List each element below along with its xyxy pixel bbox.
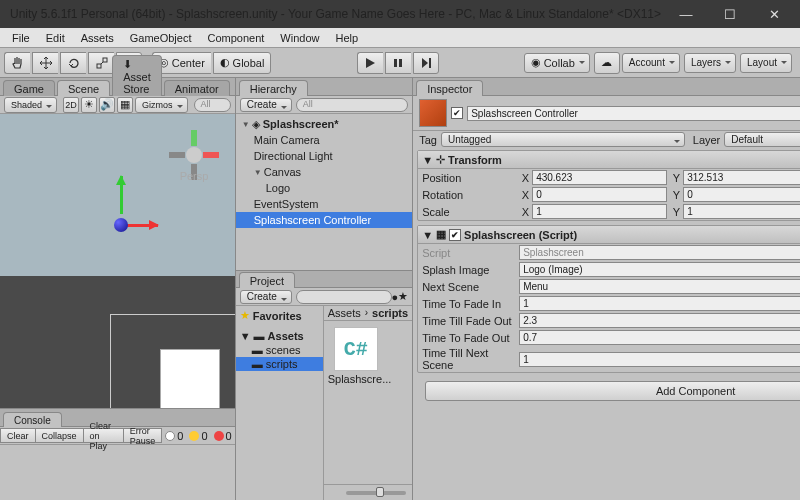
hierarchy-scene-root[interactable]: ▼◈ Splashscreen* [236,116,412,132]
hierarchy-item[interactable]: Logo [236,180,412,196]
scene-search[interactable]: All [194,98,231,112]
console-error-count[interactable]: 0 [211,430,235,442]
window-minimize-button[interactable]: — [664,0,708,28]
z-axis-handle[interactable] [114,218,128,232]
hierarchy-search[interactable]: All [296,98,408,112]
add-component-button[interactable]: Add Component [425,381,800,401]
account-dropdown[interactable]: Account [622,53,680,73]
project-save-icon[interactable]: ★ [398,290,408,303]
hierarchy-tree[interactable]: ▼◈ Splashscreen* Main Camera Directional… [236,114,412,270]
till-next-scene-field[interactable] [519,352,800,367]
script-reference-field [519,245,800,260]
2d-toggle[interactable]: 2D [63,97,79,113]
tab-hierarchy[interactable]: Hierarchy [239,80,308,96]
menu-window[interactable]: Window [272,30,327,46]
folder-item-selected[interactable]: ▬scripts [236,357,323,371]
pause-button[interactable] [385,52,411,74]
scale-x-field[interactable] [532,204,667,219]
scale-tool-button[interactable] [88,52,114,74]
project-zoom-slider[interactable] [324,484,412,500]
tab-inspector[interactable]: Inspector [416,80,483,96]
fade-out-field[interactable] [519,330,800,345]
audio-toggle[interactable]: 🔊 [99,97,115,113]
orientation-gizmo[interactable]: Persp [167,128,221,182]
tab-console[interactable]: Console [3,412,62,427]
script-file[interactable]: C# Splashscre... [328,327,384,385]
favorites-folder[interactable]: ★Favorites [236,308,323,323]
svg-rect-12 [203,152,219,158]
sun-icon: ☀ [84,98,94,111]
collab-dropdown[interactable]: ◉ Collab [524,53,590,73]
fx-toggle[interactable]: ▦ [117,97,133,113]
menu-assets[interactable]: Assets [73,30,122,46]
menu-file[interactable]: File [4,30,38,46]
hierarchy-item[interactable]: ▼Canvas [236,164,412,180]
project-folder-tree[interactable]: ★Favorites ▼▬Assets ▬scenes ▬scripts [236,306,324,500]
fade-in-field[interactable] [519,296,800,311]
console-errorpause-toggle[interactable]: Error Pause [124,428,163,443]
position-y-field[interactable] [683,170,800,185]
menu-component[interactable]: Component [199,30,272,46]
step-button[interactable] [413,52,439,74]
tab-scene[interactable]: Scene [57,80,110,96]
menu-edit[interactable]: Edit [38,30,73,46]
project-create-dropdown[interactable]: Create [240,290,292,304]
folder-item[interactable]: ▬scenes [236,343,323,357]
hierarchy-item[interactable]: EventSystem [236,196,412,212]
tab-project[interactable]: Project [239,272,295,288]
scene-viewport[interactable]: Persp [0,114,235,408]
gizmos-dropdown[interactable]: Gizmos [135,97,188,113]
layer-dropdown[interactable]: Default [724,132,800,147]
project-file-grid[interactable]: C# Splashscre... [324,321,412,484]
console-clear-button[interactable]: Clear [0,428,36,443]
console-warn-count[interactable]: 0 [186,430,210,442]
tab-game[interactable]: Game [3,80,55,96]
svg-point-10 [186,147,202,163]
tab-animator[interactable]: Animator [164,80,230,96]
scale-y-field[interactable] [683,204,800,219]
hierarchy-item[interactable]: Main Camera [236,132,412,148]
transform-component: ▼⊹Transform◉⚙ PositionXYZ RotationXYZ Sc… [417,150,800,221]
lighting-toggle[interactable]: ☀ [81,97,97,113]
till-fade-out-field[interactable] [519,313,800,328]
hierarchy-item-selected[interactable]: Splashscreen Controller [236,212,412,228]
project-search[interactable] [296,290,392,304]
rotation-x-field[interactable] [532,187,667,202]
tag-dropdown[interactable]: Untagged [441,132,685,147]
tab-assetstore[interactable]: ⬇ Asset Store [112,55,162,96]
assets-folder[interactable]: ▼▬Assets [236,329,323,343]
hand-tool-button[interactable] [4,52,30,74]
svg-rect-9 [429,58,431,68]
window-close-button[interactable]: ✕ [752,0,796,28]
project-breadcrumb[interactable]: Assets›scripts [324,306,412,321]
active-checkbox[interactable]: ✔ [451,107,463,119]
globe-icon: ◐ [220,56,230,69]
hierarchy-create-dropdown[interactable]: Create [240,98,292,112]
console-info-count[interactable]: 0 [162,430,186,442]
rotation-y-field[interactable] [683,187,800,202]
next-scene-field[interactable] [519,279,800,294]
rotate-tool-button[interactable] [60,52,86,74]
pivot-global-button[interactable]: ◐ Global [213,52,272,74]
layout-dropdown[interactable]: Layout [740,53,792,73]
assetstore-icon: ⬇ [123,58,132,70]
gameobject-name-field[interactable] [467,106,800,121]
cloud-button[interactable]: ☁ [594,52,620,74]
menu-gameobject[interactable]: GameObject [122,30,200,46]
splash-image-field[interactable] [519,262,800,277]
play-button[interactable] [357,52,383,74]
hierarchy-item[interactable]: Directional Light [236,148,412,164]
console-clearonplay-toggle[interactable]: Clear on Play [84,428,124,443]
position-x-field[interactable] [532,170,667,185]
menu-help[interactable]: Help [327,30,366,46]
script-enabled-checkbox[interactable]: ✔ [449,229,461,241]
canvas-gizmo[interactable] [160,349,220,408]
shading-mode-dropdown[interactable]: Shaded [4,97,57,113]
console-toolbar: Clear Collapse Clear on Play Error Pause… [0,427,235,445]
move-tool-button[interactable] [32,52,58,74]
console-collapse-toggle[interactable]: Collapse [36,428,84,443]
layers-dropdown[interactable]: Layers [684,53,736,73]
project-filter-icon[interactable]: ● [392,291,399,303]
y-axis-arrow[interactable] [120,176,123,214]
window-maximize-button[interactable]: ☐ [708,0,752,28]
